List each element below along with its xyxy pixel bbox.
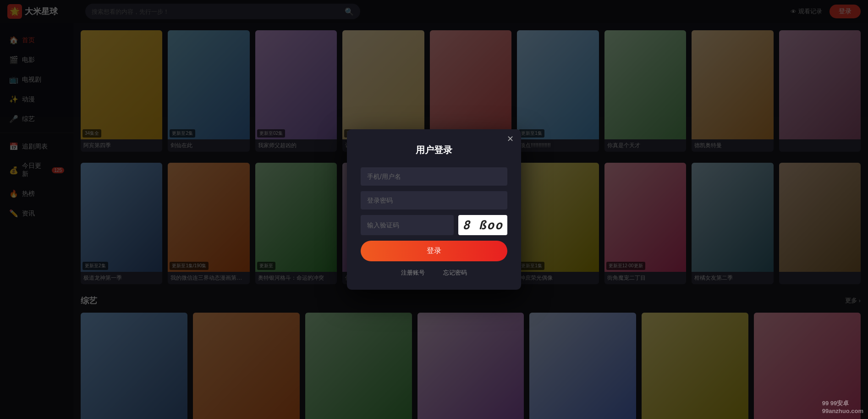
login-submit-button[interactable]: 登录 — [361, 241, 507, 261]
login-modal: ✕ 用户登录 8 ßoo 登录 注册账号 忘记密码 — [347, 129, 521, 290]
modal-close-button[interactable]: ✕ — [507, 135, 514, 143]
modal-footer: 注册账号 忘记密码 — [361, 269, 507, 277]
watermark-brand: 99安卓 — [830, 400, 849, 407]
captcha-row: 8 ßoo — [361, 215, 507, 235]
login-overlay: ✕ 用户登录 8 ßoo 登录 注册账号 忘记密码 — [0, 0, 868, 419]
password-input[interactable] — [361, 191, 507, 210]
watermark-number: 99 — [822, 400, 829, 407]
username-input[interactable] — [361, 167, 507, 186]
watermark: 99 99安卓 99anzhuo.com — [822, 399, 863, 414]
captcha-input[interactable] — [361, 215, 454, 235]
register-link[interactable]: 注册账号 — [401, 269, 425, 277]
captcha-image[interactable]: 8 ßoo — [458, 215, 507, 235]
forgot-password-link[interactable]: 忘记密码 — [443, 269, 467, 277]
watermark-url: 99anzhuo.com — [822, 408, 863, 414]
modal-title: 用户登录 — [361, 144, 507, 156]
